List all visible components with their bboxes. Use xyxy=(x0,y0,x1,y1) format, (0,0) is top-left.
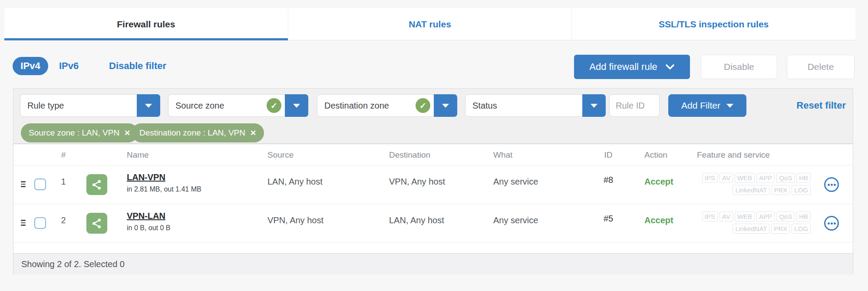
filter-chip-label: Source zone : LAN, VPN xyxy=(29,128,119,138)
column-header-id: ID xyxy=(595,144,621,165)
feature-badge: IPS xyxy=(702,212,718,222)
tab-ssl-tls-inspection-rules[interactable]: SSL/TLS inspection rules xyxy=(571,8,855,40)
filter-chip-label: Destination zone : LAN, VPN xyxy=(139,128,245,138)
feature-badge: AV xyxy=(719,173,733,183)
rule-type-share-icon xyxy=(86,174,107,195)
feature-badge: APP xyxy=(756,212,775,222)
row-actions-ellipsis-button[interactable] xyxy=(824,216,839,231)
source-zone-filter-dropdown[interactable]: Source zone ✓ xyxy=(168,94,308,117)
rule-traffic-stats: in 0 B, out 0 B xyxy=(127,224,171,232)
filter-panel: Rule type Source zone ✓ Destination zone… xyxy=(13,88,853,144)
source-cell: LAN, Any host xyxy=(267,177,323,187)
chevron-down-icon xyxy=(591,104,597,108)
add-filter-button[interactable]: Add Filter xyxy=(668,94,746,117)
reset-filter-link[interactable]: Reset filter xyxy=(796,94,846,117)
share-icon xyxy=(91,179,103,191)
feature-badges: IPSAVWEBAPPQoSHB LinkedNATPRXLOG xyxy=(682,211,811,235)
rule-name-link[interactable]: VPN-LAN xyxy=(127,211,171,221)
dropdown-button[interactable] xyxy=(137,94,160,117)
delete-button[interactable]: Delete xyxy=(787,55,855,79)
row-number: 1 xyxy=(55,177,72,187)
feature-badge: LinkedNAT xyxy=(733,185,769,195)
ellipsis-icon xyxy=(828,184,830,186)
table-footer-summary: Showing 2 of 2. Selected 0 xyxy=(21,259,125,269)
table-footer: Showing 2 of 2. Selected 0 xyxy=(13,253,853,274)
drag-handle-icon[interactable] xyxy=(21,220,26,226)
rule-type-filter-dropdown[interactable]: Rule type xyxy=(20,94,160,117)
disable-filter-link[interactable]: Disable filter xyxy=(109,57,166,75)
tab-nat-rules[interactable]: NAT rules xyxy=(288,8,572,40)
chevron-down-icon xyxy=(726,104,733,108)
status-filter-dropdown[interactable]: Status xyxy=(465,94,606,117)
tab-firewall-rules[interactable]: Firewall rules xyxy=(4,8,288,40)
feature-badge: LOG xyxy=(792,185,811,195)
drag-handle-icon[interactable] xyxy=(21,181,26,187)
feature-badge: LOG xyxy=(792,224,811,234)
dropdown-button[interactable] xyxy=(434,94,457,117)
feature-badges: IPSAVWEBAPPQoSHB LinkedNATPRXLOG xyxy=(682,172,811,196)
filter-applied-check-icon: ✓ xyxy=(267,98,281,113)
share-icon xyxy=(91,218,103,229)
action-cell: Accept xyxy=(644,177,673,187)
destination-zone-filter-dropdown[interactable]: Destination zone ✓ xyxy=(317,94,457,117)
tab-firewall-rules-label: Firewall rules xyxy=(117,19,175,30)
ipv4-toggle[interactable]: IPv4 xyxy=(13,57,48,75)
tab-bar: Firewall rules NAT rules SSL/TLS inspect… xyxy=(4,8,855,40)
firewall-rules-page: Firewall rules NAT rules SSL/TLS inspect… xyxy=(0,0,868,291)
filter-chip-destination-zone: Destination zone : LAN, VPN ✕ xyxy=(132,123,264,142)
row-number: 2 xyxy=(55,215,72,225)
add-filter-label: Add Filter xyxy=(681,100,720,111)
feature-badge: HB xyxy=(796,173,811,183)
rule-id-cell: #8 xyxy=(595,175,621,185)
rule-id-input[interactable] xyxy=(609,94,660,117)
feature-badge: WEB xyxy=(735,212,755,222)
destination-cell: LAN, Any host xyxy=(389,215,444,225)
table-row: 1 LAN-VPN in 2.81 MB, out 1.41 MB LAN, A… xyxy=(13,165,853,204)
feature-badge: QoS xyxy=(776,212,795,222)
feature-badge: APP xyxy=(756,173,775,183)
chevron-down-icon xyxy=(293,104,300,108)
feature-badge: PRX xyxy=(771,224,790,234)
add-firewall-rule-button[interactable]: Add firewall rule xyxy=(574,55,690,79)
row-actions-ellipsis-button[interactable] xyxy=(824,177,839,192)
column-header-what: What xyxy=(493,144,512,165)
chevron-down-icon xyxy=(442,104,449,108)
column-header-action: Action xyxy=(644,144,667,165)
what-cell: Any service xyxy=(493,177,538,187)
dropdown-button[interactable] xyxy=(285,94,308,117)
action-cell: Accept xyxy=(644,215,673,225)
rule-traffic-stats: in 2.81 MB, out 1.41 MB xyxy=(127,185,201,193)
close-icon[interactable]: ✕ xyxy=(124,129,130,138)
dropdown-button[interactable] xyxy=(582,94,606,117)
column-header-name: Name xyxy=(127,144,149,165)
destination-cell: VPN, Any host xyxy=(389,177,445,187)
row-checkbox[interactable] xyxy=(34,217,46,229)
ellipsis-icon xyxy=(828,222,830,225)
rule-type-filter-label: Rule type xyxy=(20,101,137,111)
chevron-down-icon xyxy=(145,104,152,108)
feature-badge: QoS xyxy=(776,173,795,183)
chevron-down-icon xyxy=(665,64,675,70)
feature-badge: IPS xyxy=(702,173,718,183)
disable-button[interactable]: Disable xyxy=(701,55,777,79)
close-icon[interactable]: ✕ xyxy=(250,129,256,138)
feature-badge: AV xyxy=(719,212,733,222)
filter-chip-source-zone: Source zone : LAN, VPN ✕ xyxy=(21,123,138,142)
what-cell: Any service xyxy=(493,215,538,225)
source-zone-filter-label: Source zone xyxy=(168,101,267,111)
status-filter-label: Status xyxy=(465,101,582,111)
active-tab-underline xyxy=(4,38,288,40)
feature-badge: HB xyxy=(796,212,811,222)
tab-ssl-tls-inspection-rules-label: SSL/TLS inspection rules xyxy=(659,19,769,30)
rule-type-share-icon xyxy=(86,213,107,234)
ipv6-toggle[interactable]: IPv6 xyxy=(59,57,79,75)
rule-name-cell: LAN-VPN in 2.81 MB, out 1.41 MB xyxy=(127,172,201,193)
firewall-rules-table: # Name Source Destination What ID Action… xyxy=(13,144,853,274)
column-header-feature-and-service: Feature and service xyxy=(697,144,770,165)
add-firewall-rule-label: Add firewall rule xyxy=(589,61,657,73)
row-checkbox[interactable] xyxy=(34,179,46,190)
rule-name-cell: VPN-LAN in 0 B, out 0 B xyxy=(127,211,171,232)
tab-nat-rules-label: NAT rules xyxy=(409,19,451,30)
column-header-source: Source xyxy=(267,144,294,165)
rule-name-link[interactable]: LAN-VPN xyxy=(127,172,201,182)
